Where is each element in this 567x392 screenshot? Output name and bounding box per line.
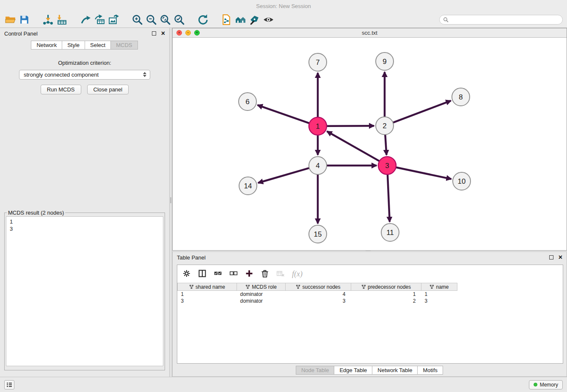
clone-network-icon [221,14,232,25]
zoom-fit-button[interactable] [158,14,172,26]
select-all-button[interactable] [214,269,222,279]
minimize-window-button[interactable]: − [185,30,191,36]
tab-mcds[interactable]: MCDS [110,41,138,50]
control-panel-title: Control Panel [4,30,152,37]
zoom-in-button[interactable] [130,14,144,26]
show-hide-button[interactable] [261,14,275,26]
home-icon [235,14,246,25]
search-input[interactable] [450,15,562,24]
memory-button[interactable]: Memory [529,380,563,389]
graph-node-3[interactable]: 3 [378,157,396,174]
zoom-out-button[interactable] [144,14,158,26]
table-tab-network-table[interactable]: Network Table [372,366,418,375]
table-options-button[interactable] [182,269,191,279]
delete-column-button[interactable] [276,269,285,279]
mcds-result-group: MCDS result (2 nodes) 13 [4,210,165,370]
column-header-name[interactable]: name [421,283,457,291]
graph-node-4[interactable]: 4 [309,157,327,174]
new-network-button[interactable] [79,14,93,26]
import-table-button[interactable] [55,14,69,26]
graph-node-8[interactable]: 8 [452,88,470,106]
deselect-all-button[interactable] [229,269,238,279]
zoom-window-button[interactable]: + [194,30,200,36]
network-canvas[interactable]: 7968124314101511 [173,38,567,250]
graph-edge-2-8[interactable] [393,101,451,123]
table-panel-tabs: Node TableEdge TableNetwork TableMotifs [173,366,567,375]
apply-style-button[interactable] [248,14,261,26]
float-panel-icon[interactable] [152,31,156,36]
svg-text:2: 2 [383,122,386,130]
style-icon [249,14,260,25]
network-icon [80,14,91,25]
graph-node-1[interactable]: 1 [309,117,327,135]
panel-splitter[interactable] [169,28,172,377]
graph-node-15[interactable]: 15 [309,225,327,243]
network-window-title: scc.txt [173,30,567,36]
column-header-successor-nodes[interactable]: successor nodes [286,283,351,291]
graph-edge-3-1[interactable] [327,131,380,161]
table-row[interactable]: 3dominator323 [178,298,457,304]
graph-edge-1-2[interactable] [327,126,374,126]
table-tab-edge-table[interactable]: Edge Table [334,366,372,375]
column-header-MCDS-role[interactable]: MCDS role [237,283,286,291]
export-image-icon [108,14,119,25]
graph-edge-4-14[interactable] [258,168,309,183]
graph-node-10[interactable]: 10 [453,172,471,190]
show-columns-button[interactable] [198,269,206,279]
graph-edge-3-10[interactable] [396,167,451,179]
table-row[interactable]: 1dominator411 [178,291,457,298]
table-tab-node-table[interactable]: Node Table [296,366,335,375]
search-icon [443,17,449,22]
first-neighbors-button[interactable] [234,14,248,26]
tab-style[interactable]: Style [62,41,85,50]
graph-node-11[interactable]: 11 [381,224,399,241]
search-box[interactable] [439,15,563,25]
graph-node-6[interactable]: 6 [239,93,256,110]
task-history-button[interactable] [4,380,14,389]
graph-node-9[interactable]: 9 [376,52,394,70]
graph-edge-1-6[interactable] [258,105,310,123]
zoom-selected-button[interactable] [172,14,186,26]
svg-text:1: 1 [316,122,319,130]
import-network-button[interactable] [41,14,55,26]
control-panel-header: Control Panel × [0,28,169,39]
close-panel-icon[interactable]: × [161,30,165,37]
criterion-dropdown[interactable]: strongly connected component [19,70,150,80]
close-window-button[interactable]: × [176,30,182,36]
clone-network-button[interactable] [220,14,234,26]
tab-select[interactable]: Select [85,41,111,50]
tab-network[interactable]: Network [31,41,62,50]
open-file-button[interactable] [3,14,17,26]
table-cell: dominator [237,298,286,304]
graph-edge-3-11[interactable] [388,174,390,222]
export-image-button[interactable] [107,14,121,26]
optimization-label: Optimization criterion: [0,60,169,66]
run-mcds-button[interactable]: Run MCDS [41,85,81,94]
graph-edge-2-3[interactable] [385,135,386,155]
new-network-from-table-button[interactable] [93,14,107,26]
import-table-icon [56,14,68,25]
save-session-button[interactable] [17,14,31,26]
table-tab-motifs[interactable]: Motifs [417,366,443,375]
close-table-panel-icon[interactable]: × [559,254,562,261]
save-icon [19,14,30,25]
delete-row-button[interactable] [261,269,269,279]
list-icon [6,382,12,388]
table-cell: 4 [286,291,351,298]
add-row-button[interactable] [245,269,253,279]
table-cell: 2 [351,298,421,304]
refresh-button[interactable] [196,14,210,26]
control-panel: Control Panel × NetworkStyleSelectMCDS O… [0,28,169,377]
close-panel-button[interactable]: Close panel [87,85,129,94]
splitter-grip[interactable] [170,197,171,203]
graph-node-14[interactable]: 14 [239,177,257,195]
table-container: f(x) shared nameMCDS rolesuccessor nodes… [177,265,563,364]
column-header-shared-name[interactable]: shared name [178,283,237,291]
function-builder-button[interactable]: f(x) [292,270,303,279]
mcds-result-area[interactable]: 13 [6,216,163,366]
float-table-panel-icon[interactable] [549,255,553,259]
graph-node-2[interactable]: 2 [376,117,394,135]
column-header-predecessor-nodes[interactable]: predecessor nodes [351,283,421,291]
table-panel-title: Table Panel [177,254,549,261]
graph-node-7[interactable]: 7 [309,53,327,71]
